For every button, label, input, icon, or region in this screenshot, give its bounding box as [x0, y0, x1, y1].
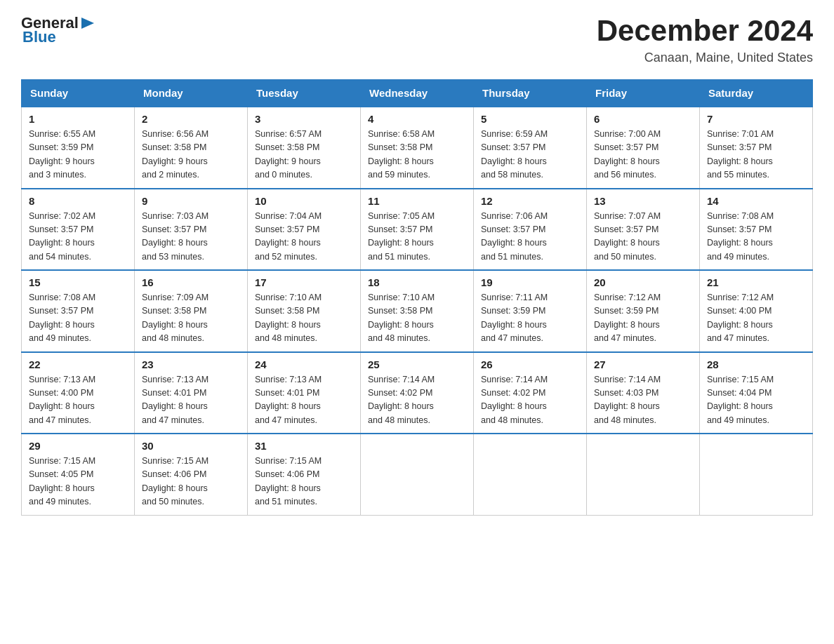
- day-info: Sunrise: 7:08 AMSunset: 3:57 PMDaylight:…: [707, 211, 774, 262]
- day-info: Sunrise: 6:55 AMSunset: 3:59 PMDaylight:…: [29, 129, 95, 180]
- day-info: Sunrise: 7:08 AMSunset: 3:57 PMDaylight:…: [29, 293, 95, 343]
- col-monday: Monday: [135, 80, 248, 107]
- day-number: 19: [481, 276, 579, 288]
- day-info: Sunrise: 6:58 AMSunset: 3:58 PMDaylight:…: [368, 129, 435, 180]
- day-info: Sunrise: 7:15 AMSunset: 4:05 PMDaylight:…: [29, 456, 95, 507]
- day-info: Sunrise: 7:13 AMSunset: 4:00 PMDaylight:…: [29, 375, 95, 425]
- calendar-table: Sunday Monday Tuesday Wednesday Thursday…: [21, 79, 813, 516]
- day-number: 10: [255, 195, 353, 207]
- day-info: Sunrise: 7:14 AMSunset: 4:02 PMDaylight:…: [481, 375, 548, 425]
- day-number: 3: [255, 113, 353, 125]
- table-row: [700, 434, 813, 515]
- table-row: 29 Sunrise: 7:15 AMSunset: 4:05 PMDaylig…: [22, 434, 135, 515]
- day-info: Sunrise: 7:04 AMSunset: 3:57 PMDaylight:…: [255, 211, 322, 262]
- day-info: Sunrise: 7:15 AMSunset: 4:04 PMDaylight:…: [707, 375, 774, 425]
- table-row: 8 Sunrise: 7:02 AMSunset: 3:57 PMDayligh…: [22, 189, 135, 271]
- logo-blue-text: Blue: [22, 28, 56, 46]
- day-info: Sunrise: 6:57 AMSunset: 3:58 PMDaylight:…: [255, 129, 322, 180]
- day-number: 4: [368, 113, 466, 125]
- table-row: 25 Sunrise: 7:14 AMSunset: 4:02 PMDaylig…: [361, 352, 474, 434]
- day-number: 1: [29, 113, 127, 125]
- col-wednesday: Wednesday: [361, 80, 474, 107]
- col-thursday: Thursday: [474, 80, 587, 107]
- table-row: 21 Sunrise: 7:12 AMSunset: 4:00 PMDaylig…: [700, 270, 813, 352]
- table-row: 6 Sunrise: 7:00 AMSunset: 3:57 PMDayligh…: [587, 107, 700, 189]
- col-tuesday: Tuesday: [248, 80, 361, 107]
- day-info: Sunrise: 7:14 AMSunset: 4:03 PMDaylight:…: [594, 375, 661, 425]
- table-row: 11 Sunrise: 7:05 AMSunset: 3:57 PMDaylig…: [361, 189, 474, 271]
- day-info: Sunrise: 7:05 AMSunset: 3:57 PMDaylight:…: [368, 211, 435, 262]
- day-number: 17: [255, 276, 353, 288]
- table-row: 10 Sunrise: 7:04 AMSunset: 3:57 PMDaylig…: [248, 189, 361, 271]
- day-info: Sunrise: 7:07 AMSunset: 3:57 PMDaylight:…: [594, 211, 661, 262]
- day-number: 12: [481, 195, 579, 207]
- table-row: 12 Sunrise: 7:06 AMSunset: 3:57 PMDaylig…: [474, 189, 587, 271]
- day-info: Sunrise: 7:09 AMSunset: 3:58 PMDaylight:…: [142, 293, 208, 343]
- day-number: 31: [255, 440, 353, 452]
- day-number: 16: [142, 276, 240, 288]
- day-number: 26: [481, 358, 579, 370]
- day-info: Sunrise: 6:56 AMSunset: 3:58 PMDaylight:…: [142, 129, 208, 180]
- day-info: Sunrise: 7:10 AMSunset: 3:58 PMDaylight:…: [368, 293, 435, 343]
- day-number: 27: [594, 358, 692, 370]
- table-row: 5 Sunrise: 6:59 AMSunset: 3:57 PMDayligh…: [474, 107, 587, 189]
- location-subtitle: Canaan, Maine, United States: [597, 51, 813, 65]
- table-row: 19 Sunrise: 7:11 AMSunset: 3:59 PMDaylig…: [474, 270, 587, 352]
- table-row: 1 Sunrise: 6:55 AMSunset: 3:59 PMDayligh…: [22, 107, 135, 189]
- table-row: 3 Sunrise: 6:57 AMSunset: 3:58 PMDayligh…: [248, 107, 361, 189]
- day-info: Sunrise: 7:02 AMSunset: 3:57 PMDaylight:…: [29, 211, 95, 262]
- day-number: 11: [368, 195, 466, 207]
- table-row: 15 Sunrise: 7:08 AMSunset: 3:57 PMDaylig…: [22, 270, 135, 352]
- table-row: 13 Sunrise: 7:07 AMSunset: 3:57 PMDaylig…: [587, 189, 700, 271]
- table-row: 14 Sunrise: 7:08 AMSunset: 3:57 PMDaylig…: [700, 189, 813, 271]
- day-number: 6: [594, 113, 692, 125]
- table-row: 20 Sunrise: 7:12 AMSunset: 3:59 PMDaylig…: [587, 270, 700, 352]
- logo-arrow-icon: [80, 15, 95, 31]
- day-number: 8: [29, 195, 127, 207]
- day-number: 22: [29, 358, 127, 370]
- day-info: Sunrise: 7:06 AMSunset: 3:57 PMDaylight:…: [481, 211, 548, 262]
- page-header: General Blue December 2024 Canaan, Maine…: [21, 14, 813, 65]
- day-info: Sunrise: 7:00 AMSunset: 3:57 PMDaylight:…: [594, 129, 661, 180]
- day-info: Sunrise: 7:13 AMSunset: 4:01 PMDaylight:…: [142, 375, 208, 425]
- day-number: 7: [707, 113, 805, 125]
- day-info: Sunrise: 7:14 AMSunset: 4:02 PMDaylight:…: [368, 375, 435, 425]
- day-info: Sunrise: 7:11 AMSunset: 3:59 PMDaylight:…: [481, 293, 548, 343]
- table-row: 24 Sunrise: 7:13 AMSunset: 4:01 PMDaylig…: [248, 352, 361, 434]
- day-number: 25: [368, 358, 466, 370]
- day-number: 23: [142, 358, 240, 370]
- table-row: 30 Sunrise: 7:15 AMSunset: 4:06 PMDaylig…: [135, 434, 248, 515]
- week-row: 1 Sunrise: 6:55 AMSunset: 3:59 PMDayligh…: [22, 107, 813, 189]
- table-row: 27 Sunrise: 7:14 AMSunset: 4:03 PMDaylig…: [587, 352, 700, 434]
- logo: General Blue: [21, 14, 95, 46]
- col-saturday: Saturday: [700, 80, 813, 107]
- table-row: 18 Sunrise: 7:10 AMSunset: 3:58 PMDaylig…: [361, 270, 474, 352]
- table-row: 26 Sunrise: 7:14 AMSunset: 4:02 PMDaylig…: [474, 352, 587, 434]
- month-title: December 2024: [597, 14, 813, 48]
- table-row: [474, 434, 587, 515]
- day-number: 13: [594, 195, 692, 207]
- day-info: Sunrise: 7:15 AMSunset: 4:06 PMDaylight:…: [142, 456, 208, 507]
- day-info: Sunrise: 7:01 AMSunset: 3:57 PMDaylight:…: [707, 129, 774, 180]
- day-number: 15: [29, 276, 127, 288]
- day-info: Sunrise: 7:13 AMSunset: 4:01 PMDaylight:…: [255, 375, 322, 425]
- table-row: [361, 434, 474, 515]
- calendar-header-row: Sunday Monday Tuesday Wednesday Thursday…: [22, 80, 813, 107]
- table-row: 16 Sunrise: 7:09 AMSunset: 3:58 PMDaylig…: [135, 270, 248, 352]
- day-number: 30: [142, 440, 240, 452]
- week-row: 29 Sunrise: 7:15 AMSunset: 4:05 PMDaylig…: [22, 434, 813, 515]
- col-sunday: Sunday: [22, 80, 135, 107]
- table-row: 9 Sunrise: 7:03 AMSunset: 3:57 PMDayligh…: [135, 189, 248, 271]
- table-row: [587, 434, 700, 515]
- day-number: 29: [29, 440, 127, 452]
- day-number: 5: [481, 113, 579, 125]
- day-number: 9: [142, 195, 240, 207]
- col-friday: Friday: [587, 80, 700, 107]
- table-row: 22 Sunrise: 7:13 AMSunset: 4:00 PMDaylig…: [22, 352, 135, 434]
- table-row: 17 Sunrise: 7:10 AMSunset: 3:58 PMDaylig…: [248, 270, 361, 352]
- table-row: 28 Sunrise: 7:15 AMSunset: 4:04 PMDaylig…: [700, 352, 813, 434]
- day-info: Sunrise: 7:12 AMSunset: 4:00 PMDaylight:…: [707, 293, 774, 343]
- table-row: 31 Sunrise: 7:15 AMSunset: 4:06 PMDaylig…: [248, 434, 361, 515]
- day-info: Sunrise: 7:03 AMSunset: 3:57 PMDaylight:…: [142, 211, 208, 262]
- day-info: Sunrise: 7:10 AMSunset: 3:58 PMDaylight:…: [255, 293, 322, 343]
